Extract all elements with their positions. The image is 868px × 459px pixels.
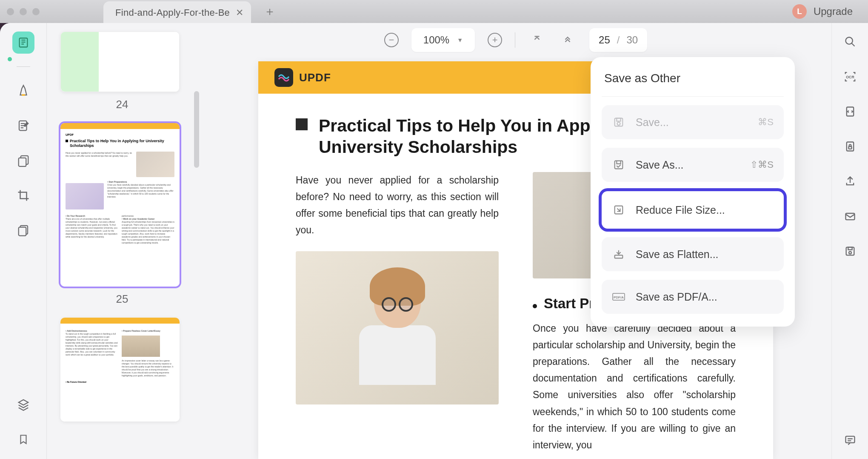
top-toolbar: − 100% ▼ + 25 / 30 [200,23,831,57]
save-as-menu-item[interactable]: Save As... ⇧⌘S [602,148,784,182]
pages-tool-button[interactable] [12,149,34,172]
svg-rect-5 [18,227,26,236]
save-flatten-menu-item[interactable]: Save as Flatten... [602,237,784,271]
svg-point-8 [617,122,620,125]
edit-tool-button[interactable] [12,115,34,137]
ocr-button[interactable]: OCR [842,68,859,85]
save-icon [612,115,625,129]
reduce-size-icon [612,203,625,217]
convert-button[interactable] [842,103,859,120]
svg-point-22 [849,252,851,254]
document-paragraph: Once you have carefully decided about a … [533,320,736,453]
tab-title: Find-and-Apply-For-the-Be [115,7,230,18]
svg-rect-21 [848,247,852,250]
chevron-down-icon: ▼ [457,37,463,43]
minimize-window-button[interactable] [20,8,27,15]
svg-rect-23 [845,436,854,443]
zoom-out-button[interactable]: − [384,33,399,47]
close-window-button[interactable] [7,8,14,15]
comment-button[interactable] [842,432,859,449]
bullet-icon [533,304,537,308]
maximize-window-button[interactable] [32,8,40,15]
document-tab[interactable]: Find-and-Apply-For-the-Be ✕ [103,1,251,24]
menu-item-label: Reduce File Size... [636,204,725,216]
current-page: 25 [599,34,610,46]
thumbnail-label: 25 [60,293,184,306]
main-document-area: − 100% ▼ + 25 / 30 [200,23,831,459]
svg-text:PDF/A: PDF/A [614,295,624,299]
thumbnail-panel: 24 UPDF Practical Tips to Help You in Ap… [47,23,200,459]
crop-tool-button[interactable] [12,184,34,207]
thumbnail-page-25[interactable]: UPDF Practical Tips to Help You in Apply… [60,123,184,306]
layers-button[interactable] [12,393,34,416]
search-button[interactable] [842,33,859,50]
document-brand: UPDF [299,71,331,84]
save-pdfa-menu-item[interactable]: PDF/A Save as PDF/A... [602,280,784,314]
upgrade-button[interactable]: Upgrade [814,6,853,17]
keyboard-shortcut: ⌘S [758,117,774,128]
keyboard-shortcut: ⇧⌘S [750,159,774,170]
reduce-file-size-menu-item[interactable]: Reduce File Size... [602,191,784,229]
user-avatar[interactable]: L [792,4,807,19]
thumbnail-label: 24 [60,98,184,111]
close-tab-icon[interactable]: ✕ [236,7,243,18]
save-other-button[interactable] [842,243,859,260]
svg-rect-7 [617,118,620,121]
toolbar-separator [515,32,515,48]
share-button[interactable] [842,173,859,190]
thumbnail-page-26[interactable]: • Add Distinctiveness To stand out in th… [60,318,184,422]
bookmark-button[interactable] [12,428,34,450]
active-tool-indicator [8,57,12,61]
updf-logo-icon [274,68,293,87]
svg-point-14 [845,37,852,44]
thumbnail-page-24[interactable]: 24 [60,32,184,111]
add-tab-button[interactable]: ＋ [264,3,276,20]
svg-rect-11 [615,255,623,258]
svg-rect-9 [615,161,623,169]
window-titlebar: Find-and-Apply-For-the-Be ✕ ＋ L Upgrade [0,0,868,23]
pdfa-icon: PDF/A [612,290,625,304]
svg-rect-19 [845,213,854,220]
total-pages: 30 [626,34,638,46]
document-image [296,251,499,404]
save-menu-item[interactable]: Save... ⌘S [602,105,784,139]
window-controls [7,8,40,15]
menu-item-label: Save... [636,116,669,129]
save-as-other-panel: Save as Other Save... ⌘S Save As... ⇧⌘S [591,57,795,327]
menu-item-label: Save as PDF/A... [636,291,717,303]
left-toolbar [0,23,47,459]
previous-page-button[interactable] [559,32,577,48]
svg-text:OCR: OCR [846,75,854,79]
right-toolbar: OCR [831,23,868,459]
flatten-icon [612,247,625,261]
document-paragraph: Have you never applied for a scholarship… [296,172,499,238]
menu-item-label: Save as Flatten... [636,248,719,261]
first-page-button[interactable] [528,32,546,48]
panel-title: Save as Other [602,67,784,97]
organize-tool-button[interactable] [12,219,34,241]
menu-item-label: Save As... [636,159,684,171]
zoom-in-button[interactable]: + [488,33,502,47]
highlight-tool-button[interactable] [12,80,34,102]
save-as-icon [612,158,625,172]
email-button[interactable] [842,208,859,225]
svg-rect-18 [848,146,851,149]
reader-mode-button[interactable] [12,32,34,54]
title-bullet-icon [296,118,308,130]
page-number-input[interactable]: 25 / 30 [589,28,647,52]
zoom-level-dropdown[interactable]: 100% ▼ [411,28,475,52]
zoom-level-value: 100% [423,34,449,46]
thumbnail-scrollbar[interactable] [194,91,199,168]
svg-rect-3 [18,158,26,166]
protect-button[interactable] [842,138,859,155]
